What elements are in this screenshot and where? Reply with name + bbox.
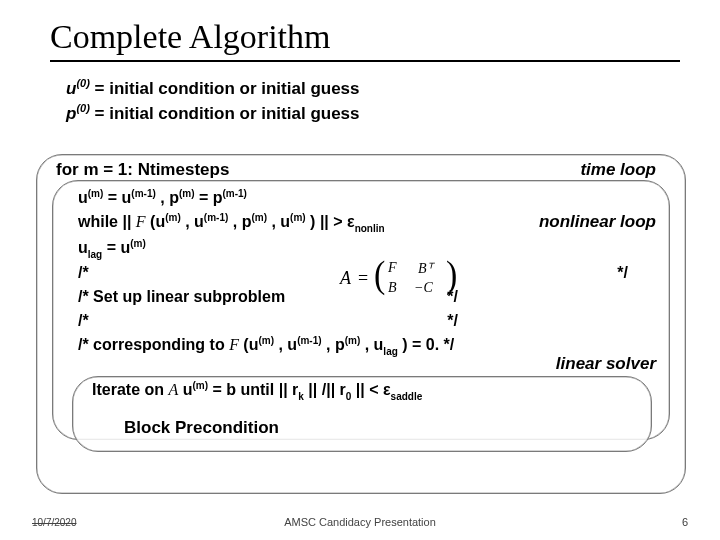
for-line: for m = 1: Ntimesteps: [56, 160, 229, 180]
footer-page-number: 6: [682, 516, 688, 528]
comment-row-3: /**/: [78, 309, 658, 333]
ic-u-var: u: [66, 79, 76, 98]
assign-line: u(m) = u(m-1) , p(m) = p(m-1): [78, 186, 658, 210]
ic-p-sup: (0): [76, 102, 89, 114]
linear-solver-label: linear solver: [556, 354, 656, 374]
matrix-equation: A = ( F Bᵀ B −C ): [340, 256, 460, 300]
title-rule: [50, 60, 680, 62]
ic-u-rest: = initial condition or initial guess: [90, 79, 360, 98]
initial-conditions: u(0) = initial condition or initial gues…: [66, 76, 680, 127]
ic-u-sup: (0): [76, 77, 89, 89]
matrix-B: B: [388, 280, 397, 296]
iterate-line: Iterate on A u(m) = b until || rk || /||…: [92, 380, 422, 402]
block-precondition: Block Precondition: [124, 418, 279, 438]
matrix-eq: =: [358, 268, 368, 289]
ic-u: u(0) = initial condition or initial gues…: [66, 76, 680, 101]
matrix-F: F: [388, 260, 397, 276]
slide-title: Complete Algorithm: [50, 18, 680, 56]
bracket-left-icon: (: [374, 254, 385, 296]
matrix-A: A: [340, 268, 351, 289]
time-loop-label: time loop: [580, 160, 656, 180]
nonlinear-loop-label: nonlinear loop: [539, 212, 656, 232]
ic-p: p(0) = initial condition or initial gues…: [66, 101, 680, 126]
matrix-mC: −C: [414, 280, 433, 296]
ic-p-rest: = initial condition or initial guess: [90, 104, 360, 123]
bracket-right-icon: ): [446, 254, 457, 296]
matrix-BT: Bᵀ: [418, 260, 432, 277]
ic-p-var: p: [66, 104, 76, 123]
footer-center: AMSC Candidacy Presentation: [0, 516, 720, 528]
